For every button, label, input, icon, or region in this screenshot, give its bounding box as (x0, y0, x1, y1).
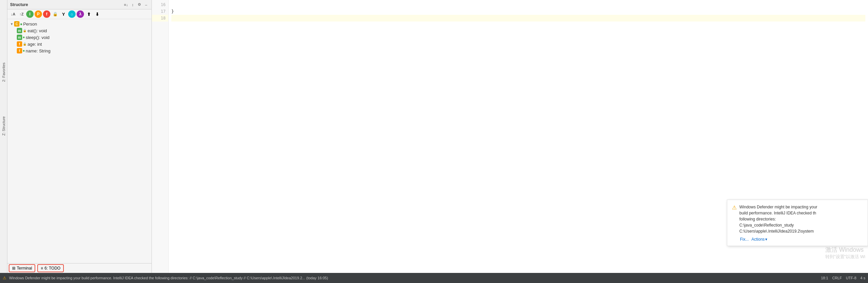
cursor-position[interactable]: 18:1 (821, 276, 828, 280)
notification-path2: C:\Users\apple\.IntelliJIdea2019.2\syste… (739, 229, 814, 234)
activate-line1: 激活 Windows (825, 246, 865, 254)
sort-asc-btn[interactable]: ↓A (9, 10, 17, 18)
activate-windows-watermark: 激活 Windows 转到"设置"以激活 Wi (823, 244, 868, 261)
status-right: 18:1 CRLF UTF-8 4 s (821, 276, 865, 280)
notification-line2: build performance. IntelliJ IDEA checked… (739, 211, 816, 216)
field-icon-age: f (17, 41, 22, 47)
filter-field-btn[interactable]: f (43, 10, 51, 18)
main-container: 2: Favorites Z: Structure Structure ≡↓ ↕… (0, 0, 868, 283)
line-num-17: 17 (152, 8, 168, 15)
todo-label: 6: TODO (44, 266, 60, 271)
class-icon: C (14, 21, 20, 27)
notification-actions: Fix... Actions ▾ (732, 237, 863, 242)
line-ending[interactable]: CRLF (832, 276, 842, 280)
notification-header: ⚠ Windows Defender might be impacting yo… (732, 204, 863, 234)
tree-item-eat[interactable]: m 🔒 eat(): void (7, 27, 152, 34)
expand-btn[interactable]: ⬆ (85, 10, 92, 18)
visibility-icon: ■ (20, 22, 22, 26)
sort-toolbar: ↓A ↑Z I P f 🔒 Y ○ λ ⬆ ⬇ (7, 9, 152, 19)
filter-interface-btn[interactable]: I (26, 10, 34, 18)
method-icon-eat: m (17, 28, 22, 33)
filter-lock-btn[interactable]: 🔒 (52, 10, 59, 18)
method-icon-sleep: m (17, 35, 22, 40)
filter-circle-btn[interactable]: ○ (68, 10, 75, 18)
terminal-tab[interactable]: ⊞ Terminal (9, 264, 35, 272)
minimize-icon[interactable]: – (144, 2, 149, 7)
lock-icon-eat: 🔒 (23, 29, 27, 32)
expand-arrow: ▼ (10, 22, 13, 26)
dropdown-arrow-icon: ▾ (765, 237, 767, 242)
tree-item-sleep[interactable]: m ■ sleep(): void (7, 34, 152, 41)
method-eat-label: eat(): void (28, 28, 47, 33)
notification-popup: ⚠ Windows Defender might be impacting yo… (727, 200, 868, 246)
status-warning-icon: ⚠ (3, 276, 6, 280)
filter-branch-btn[interactable]: Y (60, 10, 67, 18)
tree-item-age[interactable]: f 🔒 age: int (7, 41, 152, 47)
field-name-label: name: String (26, 48, 51, 53)
settings-icon[interactable]: ⚙ (137, 2, 142, 7)
filter-public-btn[interactable]: P (35, 10, 42, 18)
method-sleep-label: sleep(): void (26, 35, 50, 40)
filter-lambda-btn[interactable]: λ (76, 10, 84, 18)
notification-line1: Windows Defender might be impacting your (739, 205, 817, 209)
structure-panel: Structure ≡↓ ↕ ⚙ – ↓A ↑Z I P f 🔒 Y ○ λ (7, 0, 152, 273)
status-text: Windows Defender might be impacting your… (9, 276, 818, 280)
structure-bottom-tabs: ⊞ Terminal ≡ 6: TODO (7, 263, 152, 273)
todo-tab[interactable]: ≡ 6: TODO (37, 264, 64, 272)
activate-line2: 转到"设置"以激活 Wi (825, 254, 865, 260)
fix-link[interactable]: Fix... (740, 237, 749, 242)
structure-header: Structure ≡↓ ↕ ⚙ – (7, 0, 152, 9)
globe-icon-name: ■ (23, 49, 25, 52)
tree-item-name[interactable]: f ■ name: String (7, 47, 152, 54)
lock-icon-age: 🔒 (23, 43, 27, 46)
terminal-icon: ⊞ (12, 266, 16, 271)
field-icon-name: f (17, 48, 22, 53)
notification-line3: following directories: (739, 217, 776, 222)
structure-title: Structure (10, 2, 123, 7)
code-line-18 (171, 15, 865, 22)
sort-desc-btn[interactable]: ↑Z (18, 10, 25, 18)
structure-toolbar: ≡↓ ↕ ⚙ – (123, 2, 149, 7)
actions-dropdown[interactable]: Actions ▾ (751, 237, 767, 242)
line-num-16: 16 (152, 1, 168, 8)
encoding[interactable]: UTF-8 (846, 276, 856, 280)
todo-icon: ≡ (41, 266, 43, 271)
globe-icon-sleep: ■ (23, 36, 25, 39)
sort-icon[interactable]: ≡↓ (123, 2, 129, 7)
actions-label: Actions (751, 237, 765, 242)
ide-body: 2: Favorites Z: Structure Structure ≡↓ ↕… (0, 0, 868, 273)
sidebar-tab-favorites[interactable]: 2: Favorites (1, 60, 6, 84)
sort-alpha-icon[interactable]: ↕ (130, 2, 135, 7)
status-bar: ⚠ Windows Defender might be impacting yo… (0, 273, 868, 283)
class-name: Person (23, 22, 37, 27)
field-age-label: age: int (28, 42, 42, 47)
editor-area: 16 17 18 } ⚠ Windows Defender might be i… (152, 0, 868, 273)
line-num-18: 18 (152, 15, 168, 22)
terminal-label: Terminal (17, 266, 32, 271)
build-time: 4 s (860, 276, 865, 280)
left-sidebar: 2: Favorites Z: Structure (0, 0, 7, 273)
code-line-17: } (171, 8, 865, 15)
notification-text: Windows Defender might be impacting your… (739, 204, 817, 234)
line-numbers: 16 17 18 (152, 0, 168, 273)
notification-path1: C:\java_code\Reflection_study (739, 223, 794, 228)
collapse-btn[interactable]: ⬇ (93, 10, 101, 18)
warning-icon: ⚠ (732, 204, 737, 211)
tree-root-item[interactable]: ▼ C ■ Person (7, 21, 152, 27)
sidebar-tab-structure[interactable]: Z: Structure (1, 114, 6, 138)
tree-content: ▼ C ■ Person m 🔒 eat(): void m ■ (7, 19, 152, 263)
code-line-16 (171, 1, 865, 8)
